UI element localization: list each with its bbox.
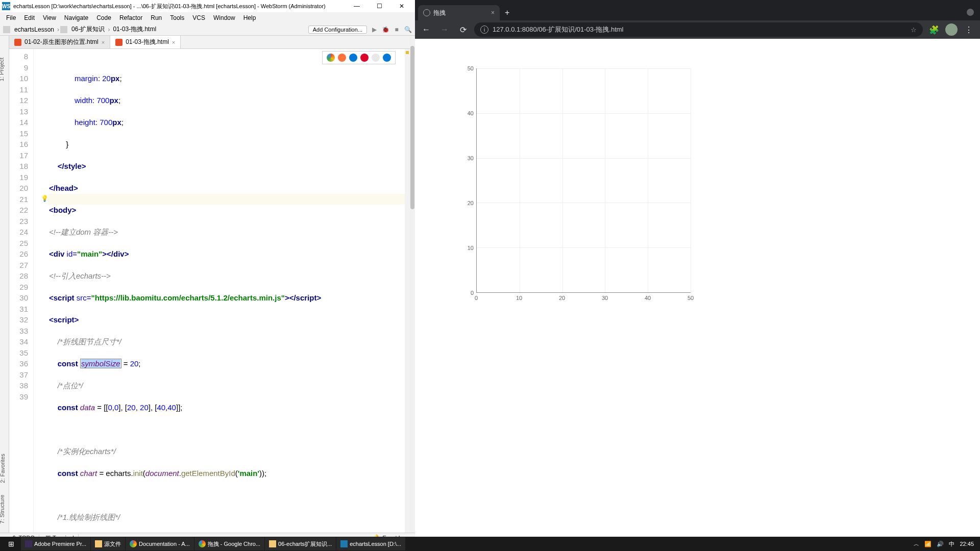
- premiere-icon: [25, 540, 32, 547]
- menu-icon[interactable]: ⋮: [962, 22, 976, 37]
- windows-taskbar: ⊞ Adobe Premiere Pr... 源文件 Documentation…: [0, 537, 980, 551]
- x-tick-label: 50: [688, 295, 694, 301]
- firefox-icon[interactable]: [338, 54, 346, 62]
- close-tab-icon[interactable]: ×: [491, 9, 495, 16]
- debug-icon[interactable]: 🐞: [381, 26, 389, 34]
- browser-tab[interactable]: 拖拽 ×: [418, 5, 500, 20]
- minimize-button[interactable]: ―: [346, 0, 368, 12]
- chevron-right-icon: ›: [107, 26, 111, 33]
- folder-icon: [269, 540, 276, 547]
- taskbar-item[interactable]: 拖拽 - Google Chro...: [194, 537, 264, 550]
- volume-icon[interactable]: 🔊: [937, 541, 944, 547]
- chrome-icon[interactable]: [327, 54, 335, 62]
- menu-edit[interactable]: Edit: [21, 13, 38, 22]
- taskbar-item[interactable]: Documentation - A...: [126, 537, 194, 550]
- taskbar-item[interactable]: 源文件: [91, 537, 125, 550]
- start-button[interactable]: ⊞: [2, 537, 20, 550]
- menu-vcs[interactable]: VCS: [189, 13, 208, 22]
- profile-avatar[interactable]: [945, 23, 958, 36]
- taskbar-item[interactable]: Adobe Premiere Pr...: [21, 537, 90, 550]
- back-button[interactable]: ←: [419, 22, 433, 37]
- chart-grid: [476, 68, 691, 293]
- menu-tools[interactable]: Tools: [167, 13, 187, 22]
- x-tick-label: 0: [475, 295, 478, 301]
- site-info-icon[interactable]: i: [480, 26, 488, 34]
- search-icon[interactable]: 🔍: [404, 26, 412, 34]
- menu-code[interactable]: Code: [93, 13, 114, 22]
- scrollbar-thumb[interactable]: [410, 46, 414, 209]
- y-tick-label: 10: [468, 245, 474, 251]
- menu-navigate[interactable]: Navigate: [61, 13, 91, 22]
- edge-icon[interactable]: [383, 54, 391, 62]
- close-tab-icon[interactable]: ×: [172, 39, 175, 45]
- close-tab-icon[interactable]: ×: [102, 39, 105, 45]
- reload-button[interactable]: ⟳: [456, 22, 470, 37]
- folder-icon: [3, 26, 10, 33]
- tray-chevron-icon[interactable]: ︿: [914, 540, 919, 548]
- x-tick-label: 30: [602, 295, 608, 301]
- ide-titlebar[interactable]: WS echartsLesson [D:\work\echarts\echart…: [0, 0, 415, 12]
- taskbar-item[interactable]: echartsLesson [D:\...: [336, 537, 405, 550]
- menu-refactor[interactable]: Refactor: [116, 13, 145, 22]
- taskbar-item[interactable]: 06-echarts扩展知识...: [265, 537, 336, 550]
- editor-tabs: 01-02-原生图形的位置.html × 01-03-拖拽.html ×: [9, 36, 410, 49]
- system-tray[interactable]: ︿ 📶 🔊 中 22:45: [914, 540, 978, 548]
- breadcrumb-file[interactable]: 01-03-拖拽.html: [111, 25, 158, 34]
- chrome-tab-strip: 拖拽 × +: [415, 4, 980, 20]
- network-icon[interactable]: 📶: [924, 541, 932, 547]
- menu-help[interactable]: Help: [240, 13, 259, 22]
- y-tick-label: 50: [468, 65, 474, 71]
- stop-icon[interactable]: ■: [393, 26, 401, 34]
- ide-menubar: File Edit View Navigate Code Refactor Ru…: [0, 12, 415, 23]
- maximize-button[interactable]: ☐: [368, 0, 390, 12]
- forward-button[interactable]: →: [437, 22, 452, 37]
- clock[interactable]: 22:45: [960, 541, 974, 547]
- favorites-tool-button[interactable]: 2: Favorites: [0, 454, 6, 483]
- y-tick-label: 30: [468, 155, 474, 161]
- editor-tab-active[interactable]: 01-03-拖拽.html ×: [110, 36, 181, 48]
- html-file-icon: [115, 39, 122, 46]
- tab-label: 01-02-原生图形的位置.html: [24, 38, 99, 46]
- left-tool-gutter: 1: Project 2: Favorites 7: Structure: [0, 36, 9, 533]
- project-tool-button[interactable]: 1: Project: [0, 58, 5, 81]
- editor-scrollbar[interactable]: [410, 36, 415, 533]
- webstorm-window: WS echartsLesson [D:\work\echarts\echart…: [0, 0, 415, 551]
- address-bar[interactable]: i 127.0.0.1:8080/06-扩展知识/01-03-拖拽.html ☆: [474, 22, 923, 37]
- url-text: 127.0.0.1:8080/06-扩展知识/01-03-拖拽.html: [493, 25, 624, 34]
- run-icon[interactable]: ▶: [370, 26, 378, 34]
- page-viewport: 50 40 30 20 10 0 0 10 20 30 40 50: [415, 39, 980, 551]
- y-tick-label: 40: [468, 110, 474, 116]
- add-configuration-button[interactable]: Add Configuration...: [308, 26, 367, 34]
- chevron-right-icon: ›: [56, 26, 60, 33]
- breadcrumb-folder[interactable]: 06-扩展知识: [69, 25, 107, 34]
- x-tick-label: 40: [645, 295, 651, 301]
- bookmark-star-icon[interactable]: ☆: [911, 26, 917, 34]
- globe-icon: [423, 9, 430, 16]
- ie-icon[interactable]: [372, 54, 380, 62]
- menu-run[interactable]: Run: [148, 13, 165, 22]
- code-content[interactable]: margin: 20px; width: 700px; height: 700p…: [48, 49, 410, 533]
- breadcrumb-root[interactable]: echartsLesson: [12, 26, 56, 33]
- menu-window[interactable]: Window: [210, 13, 238, 22]
- editor-tab[interactable]: 01-02-原生图形的位置.html ×: [9, 36, 110, 48]
- structure-tool-button[interactable]: 7: Structure: [0, 495, 5, 524]
- html-file-icon: [14, 39, 21, 46]
- tab-title: 拖拽: [433, 9, 446, 17]
- ime-icon[interactable]: 中: [949, 540, 954, 548]
- code-editor[interactable]: 8910111213141516171819202122232425262728…: [9, 49, 410, 533]
- new-tab-button[interactable]: +: [500, 5, 514, 20]
- selected-text: symbolSize: [81, 359, 120, 368]
- close-button[interactable]: ✕: [390, 0, 413, 12]
- warning-marker-icon[interactable]: [406, 51, 409, 54]
- extensions-icon[interactable]: 🧩: [927, 22, 941, 37]
- safari-icon[interactable]: [349, 54, 357, 62]
- menu-file[interactable]: File: [3, 13, 19, 22]
- error-stripe[interactable]: [405, 49, 410, 533]
- intention-bulb-icon[interactable]: 💡: [41, 193, 48, 205]
- y-tick-label: 20: [468, 200, 474, 206]
- echarts-chart[interactable]: 50 40 30 20 10 0 0 10 20 30 40 50: [440, 64, 691, 330]
- tab-search-icon[interactable]: [967, 9, 974, 16]
- opera-icon[interactable]: [360, 54, 369, 62]
- browser-preview-icons: [322, 51, 396, 64]
- menu-view[interactable]: View: [40, 13, 59, 22]
